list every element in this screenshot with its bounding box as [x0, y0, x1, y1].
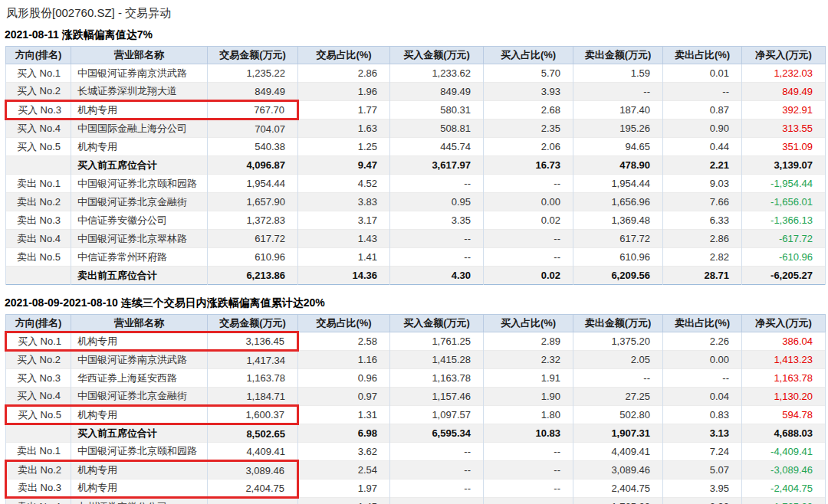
- branch-name-cell: 中国银河证券北京金融街: [71, 193, 208, 211]
- value-cell: 2.26: [663, 332, 742, 351]
- branch-name-cell: 机构专用: [71, 332, 208, 351]
- value-cell: 2.90: [663, 498, 742, 504]
- value-cell: 8,502.65: [208, 424, 298, 443]
- value-cell: 28.71: [663, 267, 742, 285]
- table-row: 买入 No.2中国银河证券南京洪武路1,417.341.161,415.282.…: [6, 351, 826, 369]
- column-header: 买入占比(%): [484, 315, 573, 332]
- column-header: 交易占比(%): [298, 47, 390, 64]
- column-header: 卖出金额(万元): [573, 315, 663, 332]
- value-cell: 0.00: [663, 351, 742, 369]
- direction-rank-cell: 买入 No.5: [6, 138, 71, 156]
- value-cell: 0.00: [484, 193, 573, 211]
- value-cell: 9.47: [298, 156, 390, 175]
- value-cell: 16.73: [484, 156, 573, 175]
- direction-rank-cell: 买入 No.1: [6, 332, 71, 351]
- value-cell: 4,096.87: [208, 156, 298, 175]
- value-cell: 540.38: [208, 138, 298, 156]
- direction-rank-cell: 卖出 No.5: [6, 248, 71, 267]
- value-cell: 4.52: [298, 175, 390, 193]
- value-cell: 0.02: [484, 211, 573, 230]
- direction-rank-cell: 买入 No.1: [6, 64, 71, 83]
- branch-name-cell: 机构专用: [71, 101, 208, 119]
- value-cell: 1.59: [573, 64, 663, 83]
- column-header: 交易金额(万元): [208, 315, 298, 332]
- value-cell: 1.25: [298, 138, 390, 156]
- value-cell: 445.74: [390, 138, 484, 156]
- branch-name-cell: 机构专用: [71, 406, 208, 424]
- value-cell: 1.41: [298, 248, 390, 267]
- direction-rank-cell: [6, 156, 71, 175]
- value-cell: 1,233.62: [390, 64, 484, 83]
- direction-rank-cell: 卖出 No.4: [6, 498, 71, 504]
- table-row: 卖出 No.1中国银河证券北京颐和园路4,409.413.62----4,409…: [6, 443, 826, 461]
- branch-name-cell: 九州证券安徽分公司: [71, 498, 208, 504]
- column-header: 方向(排名): [6, 315, 71, 332]
- value-cell: 1,415.28: [390, 351, 484, 369]
- value-cell: --: [484, 479, 573, 498]
- value-cell: --: [390, 479, 484, 498]
- value-cell: --: [390, 498, 484, 504]
- value-cell: 94.65: [573, 138, 663, 156]
- value-cell: 610.96: [573, 248, 663, 267]
- branch-name-cell: 中信证券常州环府路: [71, 248, 208, 267]
- value-cell: --: [484, 498, 573, 504]
- value-cell: 849.49: [208, 83, 298, 101]
- column-header: 净买入(万元): [742, 315, 826, 332]
- value-cell: 610.96: [208, 248, 298, 267]
- value-cell: 1,163.78: [208, 369, 298, 388]
- value-cell: 1,372.83: [208, 211, 298, 230]
- value-cell: --: [484, 443, 573, 461]
- column-header: 方向(排名): [6, 47, 71, 64]
- net-buy-cell: -1,765.20: [742, 498, 826, 504]
- column-header: 卖出占比(%): [663, 47, 742, 64]
- net-buy-cell: -6,205.27: [742, 267, 826, 285]
- value-cell: 2.05: [573, 351, 663, 369]
- value-cell: 6,209.56: [573, 267, 663, 285]
- table2-caption: 2021-08-09-2021-08-10 连续三个交易日内涨跌幅偏离值累计达2…: [5, 296, 824, 310]
- value-cell: 580.31: [390, 101, 484, 119]
- value-cell: 1.96: [298, 83, 390, 101]
- value-cell: 7.24: [663, 443, 742, 461]
- value-cell: 767.70: [208, 101, 298, 119]
- direction-rank-cell: 买入 No.4: [6, 119, 71, 138]
- total-label-cell: 卖出前五席位合计: [71, 267, 208, 285]
- value-cell: 1,184.71: [208, 388, 298, 406]
- value-cell: --: [484, 175, 573, 193]
- value-cell: 1.45: [298, 498, 390, 504]
- branch-name-cell: 中国银河证券南京洪武路: [71, 351, 208, 369]
- net-buy-cell: -3,089.46: [742, 461, 826, 479]
- value-cell: 617.72: [573, 230, 663, 248]
- value-cell: 1,600.37: [208, 406, 298, 424]
- net-buy-cell: -1,954.44: [742, 175, 826, 193]
- net-buy-cell: 849.49: [742, 83, 826, 101]
- column-header: 买入占比(%): [484, 47, 573, 64]
- net-buy-cell: 313.55: [742, 119, 826, 138]
- branch-name-cell: 中信证券安徽分公司: [71, 211, 208, 230]
- value-cell: 1,235.22: [208, 64, 298, 83]
- value-cell: 2.32: [484, 351, 573, 369]
- net-buy-cell: 1,130.20: [742, 388, 826, 406]
- value-cell: 2.82: [663, 248, 742, 267]
- value-cell: --: [390, 230, 484, 248]
- total-row: 买入前五席位合计8,502.656.986,595.3410.831,907.3…: [6, 424, 826, 443]
- value-cell: 1,375.20: [573, 332, 663, 351]
- value-cell: 6.33: [663, 211, 742, 230]
- value-cell: 3.83: [298, 193, 390, 211]
- value-cell: 1,907.31: [573, 424, 663, 443]
- net-buy-cell: 386.04: [742, 332, 826, 351]
- value-cell: 3.62: [298, 443, 390, 461]
- value-cell: 1,765.20: [208, 498, 298, 504]
- value-cell: 2,404.75: [573, 479, 663, 498]
- direction-rank-cell: [6, 267, 71, 285]
- value-cell: 3.93: [484, 83, 573, 101]
- branch-name-cell: 中国银河证券北京金融街: [71, 388, 208, 406]
- value-cell: 3,136.45: [208, 332, 298, 351]
- direction-rank-cell: 卖出 No.1: [6, 443, 71, 461]
- table-row: 买入 No.5机构专用1,600.371.311,097.571.80502.8…: [6, 406, 826, 424]
- total-row: 卖出前五席位合计6,213.8614.364.300.026,209.5628.…: [6, 267, 826, 285]
- value-cell: 2.58: [298, 332, 390, 351]
- value-cell: 7.66: [663, 193, 742, 211]
- value-cell: 2.21: [663, 156, 742, 175]
- direction-rank-cell: 卖出 No.4: [6, 230, 71, 248]
- page-title: 凤形股份[002760.SZ] - 交易异动: [5, 5, 824, 28]
